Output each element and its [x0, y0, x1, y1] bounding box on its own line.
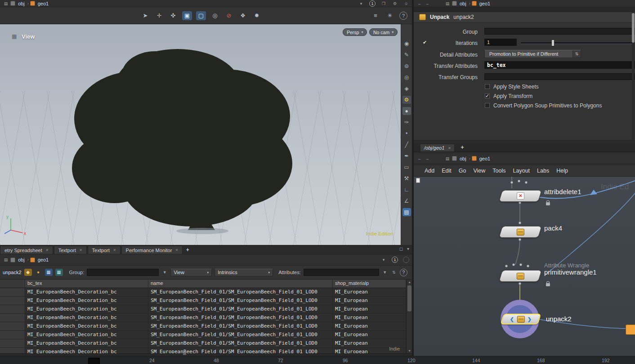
menu-item[interactable]: Layout [513, 168, 530, 174]
node-pack4[interactable] [499, 226, 542, 238]
node-attribdelete1[interactable]: ✕ [499, 190, 542, 202]
table-row[interactable]: MI_EuropeanBeech_Decoration_bc SM_Europe… [0, 348, 406, 353]
camera-select-menu[interactable]: No cam ▾ [369, 28, 398, 36]
perspective-menu[interactable]: Persp ▾ [343, 28, 367, 36]
brush-icon[interactable]: ✑ [402, 118, 411, 126]
table-row[interactable]: MI_EuropeanBeech_Decoration_bc SM_Europe… [0, 322, 406, 331]
menu-item[interactable]: Add [425, 168, 434, 174]
translate-handles-icon[interactable]: ✛ [154, 11, 164, 20]
group-input[interactable] [87, 269, 159, 276]
checkbox[interactable] [485, 84, 490, 89]
visualizer-icon[interactable]: ▤ [402, 208, 411, 216]
breadcrumb-obj[interactable]: obj [17, 1, 26, 6]
column-header-name[interactable]: name [148, 280, 333, 288]
user-icon[interactable]: ☺ [403, 1, 409, 6]
gear-icon[interactable]: ⚙ [392, 1, 398, 6]
divider-dot-icon[interactable]: • [402, 129, 411, 138]
timeline-ruler[interactable]: 24 48 72 96 120 144 168 192 [0, 356, 635, 364]
snapping-icon[interactable]: ✳ [385, 11, 395, 20]
menu-item[interactable]: Go [459, 168, 466, 174]
group-param-input[interactable] [484, 28, 635, 35]
light-icon[interactable]: ⚙ [402, 96, 411, 104]
breadcrumb-obj[interactable]: obj [458, 1, 468, 6]
menu-item[interactable]: Help [556, 168, 568, 174]
target-icon[interactable]: ◎ [402, 73, 411, 81]
sphere-icon[interactable]: ● [402, 107, 411, 115]
copy-path-icon[interactable]: ❐ [380, 1, 387, 6]
grid-handle-icon[interactable]: ▦ [183, 351, 187, 355]
view-dropdown[interactable]: View ▾ [170, 269, 212, 276]
filter-icon[interactable]: ▼ [382, 270, 388, 275]
secure-selection-icon[interactable]: ▣ [182, 11, 192, 20]
display-options-icon[interactable]: ≡ [371, 11, 380, 20]
breadcrumb-obj[interactable]: obj [458, 156, 468, 161]
column-header-bc-tex[interactable]: bc_tex [25, 280, 148, 288]
slash-icon[interactable]: ╱ [402, 141, 411, 149]
angle-icon[interactable]: ∠ [402, 197, 411, 205]
ruler-icon[interactable]: ∟ [402, 186, 411, 194]
table-row[interactable]: MI_EuropeanBeech_Decoration_bc SM_Europe… [0, 314, 406, 322]
playbar-marker[interactable] [88, 358, 100, 364]
scene-viewport[interactable]: y x ▦ View Persp ▾ No cam ▾ Indie Editio… [0, 24, 401, 245]
pane-menu-icon[interactable]: ▾ [407, 246, 409, 251]
points-mode-icon[interactable]: ▦ [45, 269, 53, 276]
flipbook-icon[interactable]: ✹ [252, 11, 262, 20]
node-unpack2[interactable]: ❮ ❯ [500, 314, 541, 324]
area-select-icon[interactable]: ▢ [196, 11, 206, 20]
table-row[interactable]: MI_EuropeanBeech_Decoration_bc SM_Europe… [0, 297, 406, 305]
pivot-icon[interactable]: ◈ [402, 84, 411, 93]
table-row[interactable]: MI_EuropeanBeech_Decoration_bc SM_Europe… [0, 305, 406, 314]
intrinsics-dropdown[interactable]: Intrinsics ▾ [215, 269, 273, 276]
network-tab[interactable]: /obj/geo1 × [420, 144, 455, 151]
transfer-attributes-field[interactable]: bc_tex [484, 61, 635, 69]
pane-maximize-icon[interactable]: ◻ [399, 246, 403, 251]
view-zoom-icon[interactable]: ◎ [210, 11, 220, 20]
lock-icon[interactable]: ⊜ [402, 62, 411, 70]
breadcrumb-obj[interactable]: obj [17, 257, 26, 262]
scrollbar-thumb[interactable] [407, 285, 411, 311]
hammer-icon[interactable]: ⚒ [402, 174, 411, 182]
menu-item[interactable]: Labs [537, 168, 549, 174]
disable-lighting-icon[interactable]: ⊘ [224, 11, 234, 20]
forward-icon[interactable]: → [424, 156, 430, 161]
filter-icon[interactable]: ▼ [161, 270, 168, 275]
node-primitivewrangle1[interactable] [499, 270, 542, 282]
add-tab-button[interactable]: + [183, 246, 192, 254]
close-icon[interactable]: × [46, 248, 49, 253]
path-dropdown-icon[interactable]: ▾ [380, 257, 387, 262]
help-icon[interactable]: ? [400, 269, 407, 276]
pane-tab[interactable]: Textport × [54, 246, 87, 254]
pane-tab[interactable]: Performance Monitor × [121, 246, 183, 254]
help-icon[interactable]: ? [399, 12, 407, 20]
iterations-slider-handle[interactable] [551, 40, 555, 46]
detail-attributes-dropdown[interactable]: Promotion to Primitive if Different ⇅ [484, 50, 581, 58]
pane-tab[interactable]: Textport × [88, 246, 121, 254]
breadcrumb-geo1[interactable]: geo1 [478, 1, 492, 6]
close-icon[interactable]: × [80, 248, 82, 253]
network-editor[interactable]: Indie Ed ✕ [414, 177, 635, 356]
pen-icon[interactable]: ✎ [402, 51, 411, 59]
add-tab-button[interactable]: + [458, 143, 466, 151]
column-header-shop-materialp[interactable]: shop_materialp [333, 280, 406, 288]
table-row[interactable]: MI_EuropeanBeech_Decoration_bc SM_Europe… [0, 288, 406, 297]
pose-tool-icon[interactable]: ✜ [168, 11, 178, 20]
sort-icon[interactable]: ⇅ [391, 270, 397, 275]
node-partial-orange[interactable] [626, 324, 635, 335]
eyedropper-icon[interactable]: ✒ [402, 152, 411, 160]
menu-item[interactable]: Tools [492, 168, 505, 174]
breadcrumb-geo1[interactable]: geo1 [36, 1, 50, 6]
iterations-value-field[interactable]: 1 [484, 39, 517, 46]
table-scrollbar[interactable]: ▴ ▾ [406, 280, 412, 353]
layout-icon[interactable]: ❖ [238, 11, 248, 20]
pin-current-icon[interactable]: ● [35, 269, 42, 276]
forward-icon[interactable]: → [424, 1, 430, 6]
close-icon[interactable]: × [175, 248, 178, 253]
transfer-groups-field[interactable] [484, 73, 635, 80]
view-mode-icon[interactable]: ◉ [402, 40, 411, 48]
select-tool-icon[interactable]: ➤ [140, 11, 150, 20]
close-icon[interactable]: × [113, 248, 116, 253]
prims-mode-icon[interactable]: ▦ [55, 269, 63, 276]
measure-icon[interactable]: ▭ [402, 163, 411, 171]
path-dropdown-icon[interactable]: ▾ [358, 1, 364, 6]
attributes-input[interactable] [304, 269, 379, 276]
